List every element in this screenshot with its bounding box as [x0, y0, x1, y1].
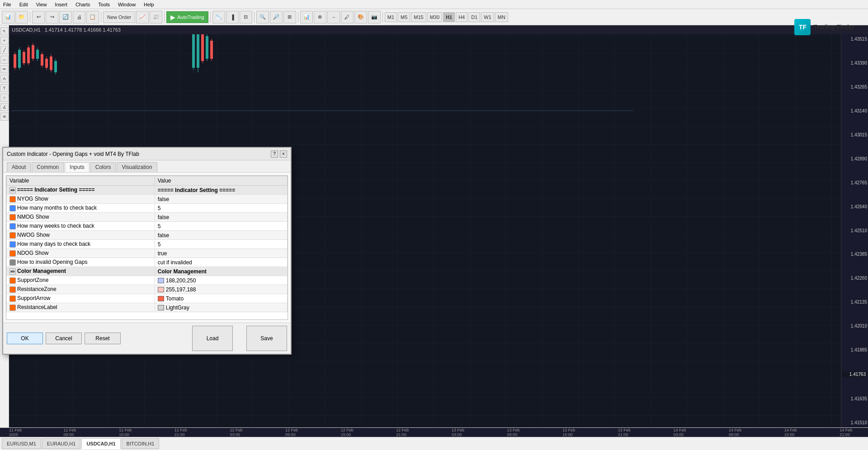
- period-sep-btn[interactable]: ⊕: [314, 11, 326, 23]
- tf-d1[interactable]: D1: [468, 12, 480, 22]
- fib-tool[interactable]: ≋: [0, 112, 9, 121]
- zoom-in-btn[interactable]: 🔍: [256, 11, 269, 23]
- indicators-btn[interactable]: 📊: [300, 11, 313, 23]
- row-value-cell[interactable]: 188,200,250: [155, 276, 287, 285]
- cursor-tool[interactable]: ↖: [0, 27, 9, 35]
- row-value-cell[interactable]: Color Management: [155, 267, 287, 276]
- tf-h1[interactable]: H1: [443, 12, 455, 22]
- tab-eurusd[interactable]: EURUSD,M1: [2, 438, 41, 449]
- candle-btn[interactable]: ⊟: [240, 11, 252, 23]
- ok-button[interactable]: OK: [7, 333, 43, 344]
- menu-edit[interactable]: Edit: [18, 1, 29, 8]
- table-row[interactable]: How many days to check back5: [7, 240, 288, 249]
- row-value-cell[interactable]: false: [155, 231, 287, 240]
- tf-m15[interactable]: M15: [411, 12, 426, 22]
- redo-btn[interactable]: ↪: [46, 11, 58, 23]
- table-row[interactable]: SupportArrowTomato: [7, 294, 288, 303]
- history-btn[interactable]: 📈: [136, 11, 149, 23]
- params-table-container[interactable]: Variable Value ab===== Indicator Setting…: [6, 175, 288, 320]
- row-value-cell[interactable]: Tomato: [155, 294, 287, 303]
- save-button[interactable]: Save: [246, 326, 287, 351]
- autotrading-btn[interactable]: ▶ AutoTrading: [166, 11, 208, 23]
- bar-chart-btn[interactable]: ▐: [226, 11, 239, 23]
- fit-btn[interactable]: ⊞: [283, 11, 296, 23]
- table-row[interactable]: NWOG Showfalse: [7, 231, 288, 240]
- template-btn[interactable]: 📋: [86, 11, 99, 23]
- ellipse-tool[interactable]: ○: [0, 94, 9, 102]
- hline-tool[interactable]: ─: [0, 56, 9, 64]
- tf-mn[interactable]: MN: [495, 12, 508, 22]
- table-row[interactable]: NDOG Showtrue: [7, 249, 288, 258]
- objects-btn[interactable]: 🖊: [341, 11, 354, 23]
- row-value-cell[interactable]: cut if invalided: [155, 258, 287, 267]
- row-value-cell[interactable]: 255,197,188: [155, 285, 287, 294]
- menu-charts[interactable]: Charts: [74, 1, 91, 8]
- text-tool[interactable]: A: [0, 75, 9, 83]
- table-row[interactable]: How to invalid Opening Gapscut if invali…: [7, 258, 288, 267]
- menu-help[interactable]: Help: [142, 1, 156, 8]
- draw-tool[interactable]: ✏: [0, 65, 9, 73]
- sep2: [101, 12, 101, 23]
- row-value-cell[interactable]: 5: [155, 240, 287, 249]
- menu-window[interactable]: Window: [117, 1, 137, 8]
- tab-about[interactable]: About: [7, 162, 31, 172]
- reset-button[interactable]: Reset: [85, 333, 121, 344]
- table-row[interactable]: NMOG Showfalse: [7, 213, 288, 222]
- table-row[interactable]: How many weeks to check back5: [7, 222, 288, 231]
- tf-w1[interactable]: W1: [481, 12, 494, 22]
- tab-bitcoin[interactable]: BITCOIN,H1: [122, 438, 160, 449]
- refresh-btn[interactable]: 🔄: [59, 11, 72, 23]
- menu-view[interactable]: View: [35, 1, 48, 8]
- line-chart-btn[interactable]: 📉: [212, 11, 225, 23]
- label-tool[interactable]: T: [0, 84, 9, 92]
- menu-file[interactable]: File: [2, 1, 13, 8]
- menu-tools[interactable]: Tools: [97, 1, 111, 8]
- table-row[interactable]: ab===== Indicator Setting ========== Ind…: [7, 186, 288, 195]
- tab-inputs[interactable]: Inputs: [65, 162, 90, 172]
- tf-h4[interactable]: H4: [456, 12, 467, 22]
- row-value-cell[interactable]: false: [155, 195, 287, 204]
- row-value-cell[interactable]: LightGray: [155, 303, 287, 312]
- zoom-out-btn[interactable]: 🔎: [270, 11, 283, 23]
- screenshot-btn[interactable]: 📷: [368, 11, 381, 23]
- table-row[interactable]: How many months to check back5: [7, 204, 288, 213]
- tab-colors[interactable]: Colors: [90, 162, 116, 172]
- table-row[interactable]: SupportZone188,200,250: [7, 276, 288, 285]
- table-header-row: Variable Value: [7, 176, 288, 186]
- price-12: 1.42135: [842, 300, 867, 305]
- undo-btn[interactable]: ↩: [32, 11, 45, 23]
- dialog-close-btn[interactable]: ×: [280, 150, 287, 158]
- tab-euraud[interactable]: EURAUD,H1: [42, 438, 81, 449]
- dialog-help-btn[interactable]: ?: [271, 150, 278, 158]
- line-tool[interactable]: ╱: [0, 46, 9, 54]
- angle-tool[interactable]: ∠: [0, 103, 9, 111]
- tf-m30[interactable]: M30: [427, 12, 442, 22]
- menu-insert[interactable]: Insert: [53, 1, 69, 8]
- tab-common[interactable]: Common: [32, 162, 64, 172]
- new-order-btn[interactable]: New Order: [103, 11, 135, 23]
- tab-usdcad[interactable]: USDCAD,H1: [81, 438, 120, 449]
- price-axis: 1.43515 1.43390 1.43265 1.43140 1.43015 …: [841, 34, 868, 427]
- row-value-cell[interactable]: 5: [155, 204, 287, 213]
- row-value-cell[interactable]: true: [155, 249, 287, 258]
- new-chart-btn[interactable]: 📊: [2, 11, 14, 23]
- tf-m5[interactable]: M5: [398, 12, 410, 22]
- cancel-button[interactable]: Cancel: [46, 333, 82, 344]
- tf-m1[interactable]: M1: [385, 12, 397, 22]
- table-row[interactable]: NYOG Showfalse: [7, 195, 288, 204]
- crosshair-tool[interactable]: +: [0, 37, 9, 45]
- symbol-tabs: EURUSD,M1 EURAUD,H1 USDCAD,H1 BITCOIN,H1: [0, 437, 868, 450]
- chart-shift-btn[interactable]: →: [327, 11, 340, 23]
- table-row[interactable]: ResistanceLabelLightGray: [7, 303, 288, 312]
- row-value-cell[interactable]: false: [155, 213, 287, 222]
- print-btn[interactable]: 🖨: [73, 11, 85, 23]
- table-row[interactable]: ResistanceZone255,197,188: [7, 285, 288, 294]
- load-button[interactable]: Load: [192, 326, 233, 351]
- open-btn[interactable]: 📁: [15, 11, 28, 23]
- tab-visualization[interactable]: Visualization: [117, 162, 157, 172]
- table-row[interactable]: abColor ManagementColor Management: [7, 267, 288, 276]
- bg-btn[interactable]: 🎨: [354, 11, 367, 23]
- news-btn[interactable]: 📰: [150, 11, 162, 23]
- row-value-cell[interactable]: 5: [155, 222, 287, 231]
- row-value-cell[interactable]: ===== Indicator Setting =====: [155, 186, 287, 195]
